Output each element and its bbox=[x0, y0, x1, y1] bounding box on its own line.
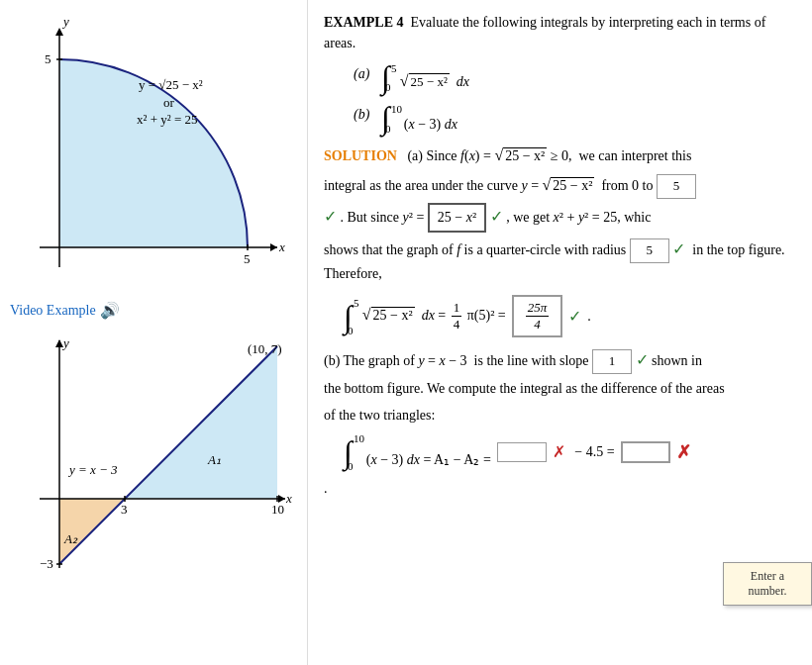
boxed-expression: 25 − x² bbox=[428, 203, 486, 233]
svg-marker-2 bbox=[270, 243, 277, 251]
period: . bbox=[324, 478, 796, 500]
left-panel: 5 5 y x y = √25 − x² or x² + y² = 25 Vid… bbox=[0, 0, 307, 665]
y-axis2-label: y bbox=[61, 335, 69, 350]
integral-a-display: ∫ 5 0 √25 − x² dx bbox=[381, 61, 469, 96]
part-a-integral: (a) ∫ 5 0 √25 − x² dx bbox=[354, 61, 796, 96]
check1: ✓ bbox=[324, 208, 337, 225]
svg-marker-12 bbox=[55, 339, 63, 347]
tooltip-text: Enter a number. bbox=[749, 569, 787, 598]
graph1-svg: 5 5 y x y = √25 − x² or x² + y² = 25 bbox=[10, 10, 297, 297]
result-block: ∫ 5 0 √25 − x² dx = 14 π(5)² = 25π4 ✓ . bbox=[344, 295, 796, 337]
point-label: (10, 7) bbox=[248, 341, 282, 356]
right-panel: EXAMPLE 4 Evaluate the following integra… bbox=[307, 0, 812, 665]
svg-marker-3 bbox=[55, 28, 63, 36]
part-b-integral: (b) ∫ 10 0 (x − 3) dx bbox=[354, 102, 796, 137]
slope-box: 1 bbox=[592, 349, 632, 374]
y5-label: 5 bbox=[45, 51, 51, 66]
eq2-label: x² + y² = 25 bbox=[137, 112, 197, 127]
check2: ✓ bbox=[490, 208, 503, 225]
shows-line: shows that the graph of f is a quarter-c… bbox=[324, 237, 796, 285]
part-b-text1: (b) The graph of y = x − 3 is the line w… bbox=[324, 347, 796, 374]
cross2: ✗ bbox=[676, 441, 691, 463]
line-eq-label: y = x − 3 bbox=[67, 462, 118, 477]
y-axis-label: y bbox=[61, 14, 69, 29]
yneg3-label: −3 bbox=[40, 556, 53, 568]
part-b-result: ∫ 10 0 (x − 3) dx = A₁ − A₂ = ✗ − 4.5 = … bbox=[344, 436, 796, 468]
eq1-label: y = √25 − x² bbox=[139, 77, 203, 92]
part-b-text3: of the two triangles: bbox=[324, 405, 796, 427]
integral-b-display: ∫ 10 0 (x − 3) dx bbox=[381, 102, 457, 137]
graph2-container: 3 10 −3 y x y = x − 3 (10, 7) A₁ A₂ bbox=[10, 335, 297, 572]
solution-line1: SOLUTION (a) Since f(x) = √25 − x² ≥ 0, … bbox=[324, 142, 796, 168]
a1-label: A₁ bbox=[207, 452, 221, 467]
graph2-svg: 3 10 −3 y x y = x − 3 (10, 7) A₁ A₂ bbox=[10, 335, 297, 568]
check3: ✓ bbox=[672, 240, 685, 257]
final-answer-box[interactable] bbox=[621, 441, 670, 463]
part-a-label: (a) bbox=[354, 61, 373, 86]
but-since-text: . But since y² = bbox=[341, 210, 428, 225]
we-get-text: , we get x² + y² = 25, whic bbox=[506, 210, 651, 225]
video-example-link[interactable]: Video Example 🔊 bbox=[10, 301, 297, 320]
cross1: ✗ bbox=[553, 442, 565, 461]
result-box: 25π4 bbox=[512, 295, 563, 337]
speaker-icon: 🔊 bbox=[100, 301, 120, 320]
a1-value-box[interactable] bbox=[497, 442, 547, 462]
x-axis-label: x bbox=[278, 239, 285, 254]
or-label: or bbox=[163, 95, 175, 110]
x-axis2-label: x bbox=[285, 491, 292, 506]
example-number: EXAMPLE 4 bbox=[324, 15, 404, 30]
part-b-label: (b) bbox=[354, 102, 373, 127]
video-example-text: Video Example bbox=[10, 303, 96, 319]
but-since-line: ✓ . But since y² = 25 − x² ✓ , we get x²… bbox=[324, 203, 796, 233]
graph1-container: 5 5 y x y = √25 − x² or x² + y² = 25 Vid… bbox=[10, 10, 297, 330]
solution-line2: integral as the area under the curve y =… bbox=[324, 172, 796, 199]
check4: ✓ bbox=[568, 307, 581, 326]
check5: ✓ bbox=[636, 351, 649, 368]
tooltip-box: Enter a number. bbox=[723, 562, 812, 606]
x3-label: 3 bbox=[121, 502, 128, 517]
solution-label: SOLUTION bbox=[324, 148, 397, 163]
example-header: EXAMPLE 4 Evaluate the following integra… bbox=[324, 12, 796, 53]
upper-limit-box: 5 bbox=[657, 174, 696, 199]
x5-label: 5 bbox=[244, 251, 251, 266]
part-b-text2: the bottom figure. We compute the integr… bbox=[324, 378, 796, 400]
radius-box: 5 bbox=[630, 238, 669, 263]
x10-label: 10 bbox=[271, 502, 284, 517]
a2-label: A₂ bbox=[63, 531, 78, 546]
